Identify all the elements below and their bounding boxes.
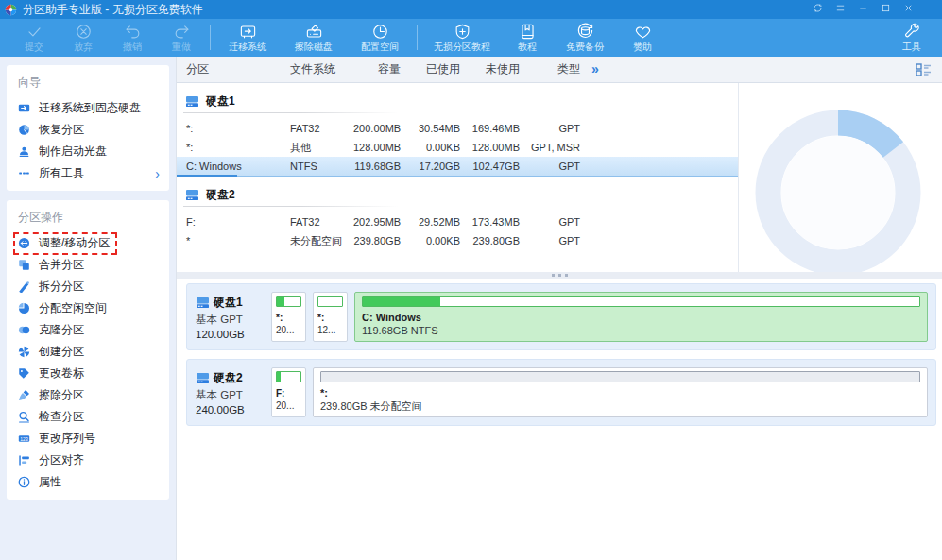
toolbar-button-shieldplus[interactable]: 无损分区教程 (421, 23, 503, 53)
partition-row[interactable]: *:其他128.00MB0.00KB128.00MBGPT, MSR (177, 138, 738, 157)
toolbar-button-label: 放弃 (74, 42, 93, 53)
sidebar-item[interactable]: 制作启动光盘 (7, 141, 169, 162)
vollabel-icon (18, 367, 30, 380)
usage-mini-bar (276, 296, 301, 307)
toolbar-button-migrate[interactable]: 迁移系统 (214, 23, 281, 53)
cell: 200.00MB (353, 119, 401, 138)
group-divider (183, 112, 399, 113)
boot-disc-icon (18, 145, 30, 158)
disk-group-header[interactable]: 硬盘2 (177, 185, 738, 204)
partition-row[interactable]: *未分配空间239.80GB0.00KB239.80GBGPT (177, 231, 738, 250)
partition-row[interactable]: F:FAT32202.95MB29.52MB173.43MBGPT (177, 212, 738, 231)
disk-blue-icon (185, 189, 199, 201)
toolbar-button-label: 工具 (902, 42, 921, 53)
disk-map-row: 硬盘1 基本 GPT 120.00GB *: 20... *: 12... C:… (186, 283, 936, 350)
sidebar-item[interactable]: 克隆分区 (7, 319, 169, 341)
sidebar-item[interactable]: 分区对齐 (7, 450, 169, 471)
column-header-5[interactable]: 类型 (520, 57, 580, 82)
disk-name: 硬盘1 (206, 93, 235, 110)
close-button[interactable] (903, 3, 914, 16)
sidebar-item[interactable]: 属性 (7, 471, 169, 493)
sidebar-item[interactable]: 更改卷标 (7, 363, 169, 384)
partition-label: C: Windows (362, 312, 920, 324)
sidebar-item[interactable]: 拆分分区 (7, 276, 169, 297)
sidebar-item[interactable]: 创建分区 (7, 341, 169, 363)
toolbar-button-book[interactable]: 教程 (503, 23, 552, 53)
toolbar-button-backup[interactable]: 免费备份 (552, 23, 618, 53)
view-switch-icon[interactable] (916, 63, 932, 76)
column-header-3[interactable]: 已使用 (401, 57, 460, 82)
cell: 102.47GB (460, 157, 520, 176)
column-header-4[interactable]: 未使用 (460, 57, 520, 82)
partition-row[interactable]: C: WindowsNTFS119.68GB17.20GB102.47GBGPT (177, 157, 738, 177)
menu-button[interactable] (835, 3, 846, 16)
pane-splitter-handle[interactable] (177, 272, 942, 279)
toolbar-button-wipedisk[interactable]: 擦除磁盘 (281, 23, 347, 53)
disk-info[interactable]: 硬盘2 基本 GPT 240.00GB (187, 370, 269, 416)
cell: 202.95MB (353, 212, 401, 231)
sidebar-item[interactable]: 检查分区 (7, 406, 169, 428)
sidebar-item-label: 合并分区 (39, 257, 84, 273)
minimize-button[interactable] (858, 3, 868, 16)
partition-block[interactable]: *: 12... (313, 292, 348, 342)
sidebar-item[interactable]: 擦除分区 (7, 384, 169, 406)
toolbar-button-commit[interactable]: 提交 (9, 23, 59, 53)
disk-info[interactable]: 硬盘1 基本 GPT 120.00GB (187, 295, 269, 340)
disk-size: 240.00GB (196, 404, 269, 416)
sidebar-item[interactable]: 恢复分区 (7, 119, 169, 141)
partition-assistant-window: 分区助手专业版 - 无损分区免费软件 提交放弃撤销重做迁移系统擦除磁盘配置空间无… (0, 0, 942, 560)
cell: GPT (520, 119, 580, 138)
resize-move-icon (18, 237, 30, 249)
cell: *: (177, 138, 290, 157)
disk-type: 基本 GPT (196, 388, 269, 402)
cell: 29.52MB (401, 212, 460, 231)
cell: 119.68GB (353, 157, 401, 176)
toolbar-button-redo[interactable]: 重做 (157, 23, 206, 53)
toolbar-button-heart[interactable]: 赞助 (618, 23, 667, 53)
sidebar-item[interactable]: 合并分区 (7, 254, 169, 276)
sidebar-item[interactable]: 调整/移动分区 (7, 232, 169, 254)
partition-row[interactable]: *:FAT32200.00MB30.54MB169.46MBGPT (177, 119, 738, 138)
partition-detail: 119.68GB NTFS (362, 324, 920, 337)
column-header-1[interactable]: 文件系统 (290, 57, 353, 82)
partition-blocks: *: 20... *: 12... C: Windows 119.68GB NT… (269, 288, 935, 346)
merge-icon (18, 259, 30, 271)
column-header-0[interactable]: 分区 (177, 57, 290, 82)
column-header-2[interactable]: 容量 (353, 57, 401, 82)
toolbar-button-label: 免费备份 (566, 42, 604, 53)
toolbar-button-discard[interactable]: 放弃 (59, 23, 108, 53)
usage-mini-bar (320, 371, 920, 382)
disk-map-row: 硬盘2 基本 GPT 240.00GB F: 20... *: 239.80GB… (186, 359, 936, 426)
cell: 128.00MB (460, 138, 520, 157)
align-icon (18, 454, 30, 467)
sidebar-item[interactable]: 123更改序列号 (7, 428, 169, 450)
sidebar-item[interactable]: 迁移系统到固态硬盘 (7, 97, 169, 119)
group-divider (183, 206, 399, 207)
sync-button[interactable] (813, 3, 823, 16)
disk-group: 硬盘2F:FAT32202.95MB29.52MB173.43MBGPT*未分配… (177, 177, 738, 250)
toolbar-button-tools[interactable]: 工具 (887, 23, 936, 53)
migrate-ssd-icon (18, 102, 30, 114)
sidebar-item[interactable]: 所有工具› (7, 162, 169, 184)
expand-columns-button[interactable]: » (591, 57, 599, 82)
sidebar-item[interactable]: 分配空闲空间 (7, 297, 169, 319)
partition-block[interactable]: F: 20... (271, 367, 306, 417)
disk-blue-icon (196, 297, 210, 309)
toolbar-button-space[interactable]: 配置空间 (347, 23, 413, 53)
app-logo-icon (5, 4, 17, 16)
partition-block[interactable]: *: 239.80GB 未分配空间 (313, 367, 928, 417)
usage-mini-bar (276, 371, 301, 382)
cell: 169.46MB (460, 119, 520, 138)
commit-icon (26, 23, 43, 41)
sidebar-item-label: 调整/移动分区 (39, 235, 110, 251)
window-title: 分区助手专业版 - 无损分区免费软件 (23, 2, 203, 18)
wipedisk-icon (305, 23, 323, 41)
recover-icon (18, 124, 30, 136)
maximize-button[interactable] (881, 3, 891, 16)
cell: FAT32 (290, 119, 353, 138)
disk-group-header[interactable]: 硬盘1 (177, 92, 738, 110)
toolbar-button-undo[interactable]: 撤销 (108, 23, 157, 53)
partition-block[interactable]: *: 20... (271, 292, 306, 342)
partition-block[interactable]: C: Windows 119.68GB NTFS (354, 292, 928, 342)
sidebar-item-label: 检查分区 (39, 409, 84, 425)
